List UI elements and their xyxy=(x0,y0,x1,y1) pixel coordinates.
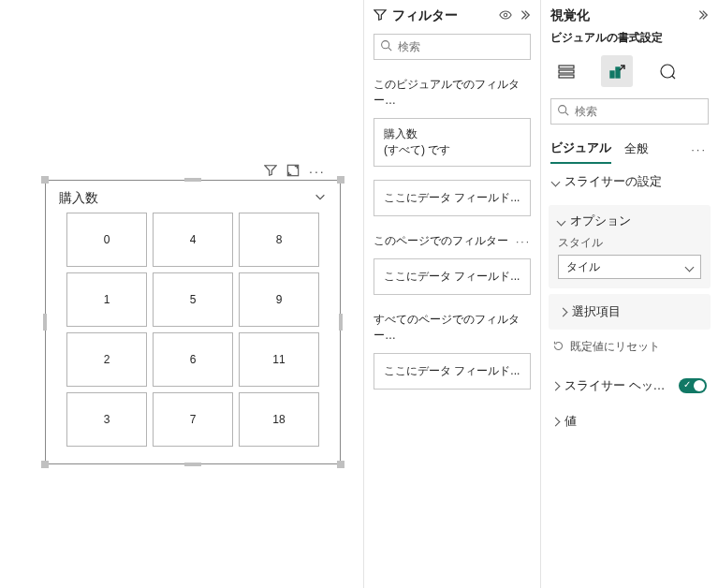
slicer-tile[interactable]: 0 xyxy=(66,213,147,267)
reset-icon xyxy=(552,340,564,355)
viz-subheading: ビジュアルの書式設定 xyxy=(541,30,718,51)
all-pages-filter-dropzone[interactable]: ここにデータ フィールド... xyxy=(374,353,531,390)
slicer-tile[interactable]: 2 xyxy=(66,332,147,387)
slicer-tile-grid: 04815926113718 xyxy=(46,213,340,458)
viz-panel-title: 視覚化 xyxy=(550,7,690,24)
filters-on-visual-heading: このビジュアルでのフィルター… xyxy=(364,69,540,114)
slicer-tile[interactable]: 1 xyxy=(66,272,147,327)
resize-handle[interactable] xyxy=(337,176,344,184)
viz-panel-header: 視覚化 xyxy=(541,0,718,30)
slicer-header-row[interactable]: スライサー ヘッ… ✓ xyxy=(541,368,718,404)
svg-rect-3 xyxy=(559,66,574,68)
mode-icon-row xyxy=(541,51,718,95)
format-tabs: ビジュアル 全般 ··· xyxy=(541,134,718,164)
values-row[interactable]: 値 xyxy=(541,404,718,439)
report-canvas[interactable]: ··· 購入数 04815926113718 xyxy=(0,0,363,588)
svg-point-2 xyxy=(382,41,389,49)
visual-floating-toolbar: ··· xyxy=(264,164,326,181)
slicer-tile[interactable]: 7 xyxy=(153,392,233,447)
chevron-down-icon xyxy=(557,216,566,226)
chevron-right-icon xyxy=(559,307,568,316)
resize-handle[interactable] xyxy=(184,178,201,182)
tab-visual[interactable]: ビジュアル xyxy=(550,134,611,164)
options-group: オプション スタイル タイル xyxy=(549,205,711,288)
style-select-value: タイル xyxy=(566,259,600,275)
filters-search[interactable] xyxy=(374,34,531,60)
chevron-down-icon xyxy=(685,262,695,272)
filters-search-input[interactable] xyxy=(398,40,538,53)
style-field-label: スタイル xyxy=(558,235,701,251)
filters-on-page-heading: このページでのフィルター ··· xyxy=(364,226,540,255)
slicer-settings-row[interactable]: スライサーの設定 xyxy=(541,164,718,199)
visualizations-panel: 視覚化 ビジュアルの書式設定 ビジュアル 全般 ··· スライサーの設定 xyxy=(540,0,718,588)
slicer-tile[interactable]: 4 xyxy=(153,213,233,267)
reset-to-default[interactable]: 既定値にリセット xyxy=(541,330,718,364)
analytics-icon[interactable] xyxy=(652,55,683,87)
options-heading-row[interactable]: オプション xyxy=(558,213,701,229)
resize-handle[interactable] xyxy=(339,314,343,331)
focus-mode-icon[interactable] xyxy=(286,164,300,181)
slicer-visual[interactable]: 購入数 04815926113718 xyxy=(45,180,341,464)
slicer-header-toggle[interactable]: ✓ xyxy=(679,378,707,393)
slicer-tile[interactable]: 9 xyxy=(239,272,319,327)
svg-rect-4 xyxy=(559,70,574,73)
filters-panel-title: フィルター xyxy=(392,7,493,24)
selection-row[interactable]: 選択項目 xyxy=(549,294,711,330)
tabs-more-icon[interactable]: ··· xyxy=(691,142,709,156)
resize-handle[interactable] xyxy=(43,314,47,331)
slicer-title: 購入数 xyxy=(59,190,98,207)
svg-point-1 xyxy=(504,13,507,17)
slicer-tile[interactable]: 11 xyxy=(239,332,319,387)
format-search-input[interactable] xyxy=(575,105,715,118)
resize-handle[interactable] xyxy=(41,461,49,468)
chevron-down-icon xyxy=(551,177,561,186)
chevron-down-icon[interactable] xyxy=(314,190,327,207)
slicer-tile[interactable]: 8 xyxy=(239,213,319,267)
eye-icon[interactable] xyxy=(499,8,512,24)
filter-field-name: 購入数 xyxy=(384,126,520,142)
expand-icon[interactable] xyxy=(518,8,531,24)
svg-rect-6 xyxy=(610,71,614,78)
search-icon xyxy=(557,104,569,119)
visual-filter-dropzone[interactable]: ここにデータ フィールド... xyxy=(374,180,531,216)
page-filter-dropzone[interactable]: ここにデータ フィールド... xyxy=(374,258,531,295)
search-icon xyxy=(380,39,392,54)
filter-icon xyxy=(374,8,387,24)
svg-rect-7 xyxy=(616,67,620,78)
chevron-right-icon xyxy=(551,381,561,390)
filter-icon[interactable] xyxy=(264,164,277,181)
filter-condition: (すべて) です xyxy=(384,142,520,158)
slicer-tile[interactable]: 5 xyxy=(153,272,233,327)
svg-rect-5 xyxy=(559,75,574,78)
svg-point-9 xyxy=(559,106,566,113)
slicer-header: 購入数 xyxy=(46,181,340,213)
chevron-right-icon xyxy=(551,417,561,426)
filters-panel: フィルター このビジュアルでのフィルター… 購入数 (すべて) です ここにデー… xyxy=(363,0,540,588)
more-options-icon[interactable]: ··· xyxy=(309,164,326,181)
style-select[interactable]: タイル xyxy=(558,255,701,279)
format-visual-icon[interactable] xyxy=(601,55,633,87)
resize-handle[interactable] xyxy=(41,176,49,184)
slicer-tile[interactable]: 6 xyxy=(153,332,233,387)
expand-icon[interactable] xyxy=(696,8,709,24)
slicer-tile[interactable]: 18 xyxy=(239,392,319,447)
format-search[interactable] xyxy=(550,98,709,125)
filters-panel-header: フィルター xyxy=(364,0,540,30)
build-visual-icon[interactable] xyxy=(550,55,582,87)
slicer-tile[interactable]: 3 xyxy=(66,392,147,447)
svg-point-8 xyxy=(661,65,674,78)
filters-on-all-heading: すべてのページでのフィルター… xyxy=(364,304,540,349)
more-icon[interactable]: ··· xyxy=(516,235,531,248)
resize-handle[interactable] xyxy=(184,463,201,466)
tab-general[interactable]: 全般 xyxy=(624,135,649,163)
visual-filter-card[interactable]: 購入数 (すべて) です xyxy=(374,118,531,167)
resize-handle[interactable] xyxy=(337,461,344,468)
